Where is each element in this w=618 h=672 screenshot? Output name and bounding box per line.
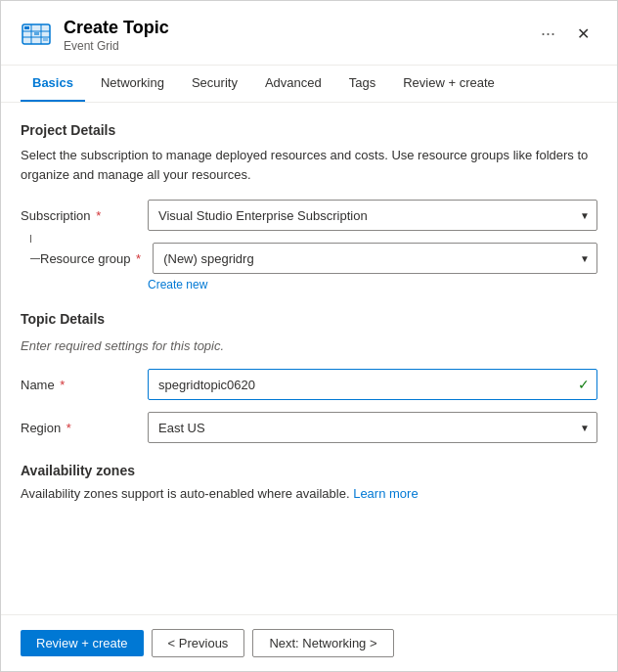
- resource-group-control: (New) spegridrg ▼: [153, 243, 597, 274]
- name-input[interactable]: [148, 369, 597, 400]
- resource-group-select[interactable]: (New) spegridrg: [153, 243, 597, 274]
- tab-bar: Basics Networking Security Advanced Tags…: [1, 66, 617, 103]
- name-row: Name * ✓: [21, 369, 597, 400]
- panel-subtitle: Event Grid: [64, 39, 169, 53]
- resource-group-row: Resource group * (New) spegridrg ▼: [21, 243, 597, 274]
- project-details-title: Project Details: [21, 122, 597, 138]
- availability-zones-description: Availability zones support is auto-enabl…: [21, 486, 597, 501]
- header-actions: ··· ✕: [535, 21, 597, 47]
- subscription-control: Visual Studio Enterprise Subscription ▼: [148, 200, 597, 231]
- region-control: East US ▼: [148, 412, 597, 443]
- tab-basics[interactable]: Basics: [21, 66, 85, 102]
- create-new-link[interactable]: Create new: [148, 278, 597, 291]
- tab-advanced[interactable]: Advanced: [253, 66, 333, 102]
- resource-group-label: Resource group *: [40, 251, 153, 266]
- region-required: *: [63, 421, 71, 435]
- topic-details-divider: Topic Details: [21, 311, 597, 327]
- event-grid-icon: [21, 19, 52, 50]
- availability-zones-title: Availability zones: [21, 463, 597, 478]
- learn-more-link[interactable]: Learn more: [353, 486, 418, 501]
- svg-rect-8: [43, 38, 48, 41]
- previous-button[interactable]: < Previous: [152, 629, 245, 657]
- panel-title: Create Topic: [64, 17, 169, 39]
- panel-footer: Review + create < Previous Next: Network…: [1, 614, 617, 671]
- panel-content: Project Details Select the subscription …: [1, 103, 617, 614]
- name-required: *: [57, 378, 66, 392]
- subscription-label: Subscription *: [21, 208, 148, 223]
- ellipsis-button[interactable]: ···: [535, 22, 561, 46]
- close-button[interactable]: ✕: [569, 21, 597, 47]
- subscription-row: Subscription * Visual Studio Enterprise …: [21, 200, 597, 231]
- region-label: Region *: [21, 421, 148, 435]
- subscription-required: *: [93, 208, 102, 223]
- review-create-button[interactable]: Review + create: [21, 630, 144, 656]
- topic-details-note: Enter required settings for this topic.: [21, 338, 597, 353]
- project-details-description: Select the subscription to manage deploy…: [21, 146, 597, 184]
- header-left: Create Topic Event Grid: [21, 17, 169, 53]
- tab-review-create[interactable]: Review + create: [391, 66, 507, 102]
- next-networking-button[interactable]: Next: Networking >: [252, 629, 393, 657]
- region-row: Region * East US ▼: [21, 412, 597, 443]
- tab-tags[interactable]: Tags: [337, 66, 387, 102]
- name-valid-icon: ✓: [578, 377, 590, 392]
- create-topic-panel: Create Topic Event Grid ··· ✕ Basics Net…: [0, 0, 618, 672]
- subscription-select[interactable]: Visual Studio Enterprise Subscription: [148, 200, 597, 231]
- topic-details-title: Topic Details: [21, 311, 597, 327]
- svg-rect-6: [24, 26, 29, 29]
- panel-header: Create Topic Event Grid ··· ✕: [1, 1, 617, 66]
- resource-group-required: *: [133, 251, 142, 266]
- tab-security[interactable]: Security: [180, 66, 249, 102]
- svg-rect-7: [34, 32, 39, 35]
- tab-networking[interactable]: Networking: [89, 66, 176, 102]
- name-control: ✓: [148, 369, 597, 400]
- region-select[interactable]: East US: [148, 412, 597, 443]
- name-label: Name *: [21, 378, 148, 392]
- title-block: Create Topic Event Grid: [64, 17, 169, 53]
- availability-zones-section: Availability zones Availability zones su…: [21, 463, 597, 501]
